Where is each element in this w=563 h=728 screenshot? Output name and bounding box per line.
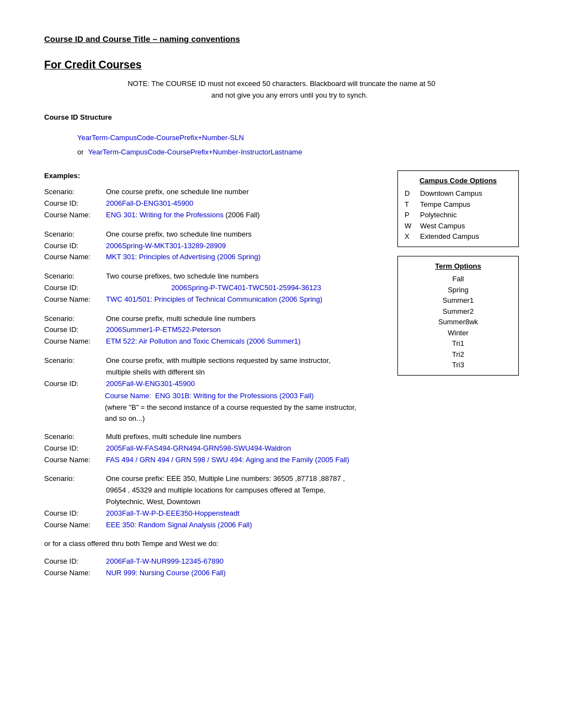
scenario-6-text: Multi prefixes, multi schedule line numb… [106, 431, 386, 443]
examples-label: Examples: [44, 170, 386, 181]
structure-link1[interactable]: YearTerm-CampusCode-CoursePrefix+Number-… [77, 133, 244, 142]
course-id-5: 2005Fall-W-ENG301-45900 [106, 378, 386, 390]
term-options-box: Term Options Fall Spring Summer1 Summer2… [397, 256, 519, 376]
scenario-1: Scenario: One course prefix, one schedul… [44, 186, 386, 221]
course-id-structure-heading: Course ID Structure [44, 112, 519, 123]
term-tri3: Tri3 [405, 360, 512, 371]
course-id-label-1: Course ID: [44, 198, 105, 210]
course-id-7: 2003Fall-T-W-P-D-EEE350-Hoppensteadt [106, 508, 386, 520]
term-summer2: Summer2 [405, 306, 512, 317]
or-label: or [77, 145, 84, 159]
scenario-5: Scenario: One course prefix, with multip… [44, 355, 386, 424]
course-id-label-4: Course ID: [44, 324, 105, 336]
campus-code-box: Campus Code Options DDowntown Campus TTe… [397, 170, 519, 247]
course-name-6: FAS 494 / GRN 494 / GRN 598 / SWU 494: A… [106, 454, 386, 466]
scenario-3-label: Scenario: [44, 271, 105, 282]
course-name-5c: and so on...) [105, 413, 386, 424]
course-name-5a: Course Name: ENG 301B: Writing for the P… [105, 390, 386, 402]
term-fall: Fall [405, 274, 512, 285]
scenario-4-label: Scenario: [44, 313, 105, 325]
course-name-label-2: Course Name: [44, 251, 105, 263]
course-id-label-2: Course ID: [44, 240, 105, 252]
term-spring: Spring [405, 285, 512, 296]
page-title: Course ID and Course Title – naming conv… [44, 33, 519, 46]
course-id-label-6: Course ID: [44, 443, 105, 454]
campus-box-title: Campus Code Options [405, 175, 512, 186]
course-name-4: ETM 522: Air Pollution and Toxic Chemica… [106, 336, 386, 347]
final-course-id-label: Course ID: [44, 556, 105, 568]
scenario-6: Scenario: Multi prefixes, multi schedule… [44, 431, 386, 465]
final-block: Course ID: 2006Fall-T-W-NUR999-12345-678… [44, 556, 386, 579]
campus-row-D: DDowntown Campus [405, 188, 512, 199]
scenario-5-label: Scenario: [44, 355, 105, 378]
scenario-2: Scenario: One course prefix, two schedul… [44, 229, 386, 263]
note-text: NOTE: The COURSE ID must not exceed 50 c… [128, 79, 435, 99]
course-name-2: MKT 301: Principles of Advertising (2006… [106, 251, 386, 263]
main-content-area: Examples: Scenario: One course prefix, o… [44, 170, 519, 587]
course-name-label-7: Course Name: [44, 520, 105, 531]
course-name-label-3: Course Name: [44, 294, 105, 306]
term-tri1: Tri1 [405, 338, 512, 349]
term-tri2: Tri2 [405, 349, 512, 360]
course-id-label-5: Course ID: [44, 378, 105, 390]
scenario-4: Scenario: One course prefix, multi sched… [44, 313, 386, 347]
course-name-3: TWC 401/501: Principles of Technical Com… [106, 294, 386, 306]
term-summer8wk: Summer8wk [405, 317, 512, 328]
campus-row-X: XExtended Campus [405, 231, 512, 242]
course-id-label-7: Course ID: [44, 508, 105, 520]
scenario-7-text: One course prefix: EEE 350, Multiple Lin… [106, 473, 386, 507]
final-course-name-label: Course Name: [44, 568, 105, 579]
course-name-label-1: Course Name: [44, 210, 105, 221]
note-block: NOTE: The COURSE ID must not exceed 50 c… [44, 78, 519, 101]
scenario-6-label: Scenario: [44, 431, 105, 443]
term-box-title: Term Options [405, 261, 512, 272]
examples-left: Examples: Scenario: One course prefix, o… [44, 170, 397, 587]
campus-row-W: WWest Campus [405, 221, 512, 232]
final-course-id: 2006Fall-T-W-NUR999-12345-67890 [106, 556, 386, 568]
course-id-label-3: Course ID: [44, 282, 105, 294]
course-name-5b: (where "B" = the second instance of a co… [105, 402, 386, 413]
term-winter: Winter [405, 328, 512, 339]
scenario-2-text: One course prefix, two schedule line num… [106, 229, 386, 240]
course-name-label-6: Course Name: [44, 454, 105, 466]
scenario-3: Scenario: Two course prefixes, two sched… [44, 271, 386, 305]
structure-links: YearTerm-CampusCode-CoursePrefix+Number-… [77, 131, 519, 159]
or-for-class-text: or for a class offered thru both Tempe a… [44, 538, 386, 549]
course-name-label-4: Course Name: [44, 336, 105, 347]
course-id-6: 2005Fall-W-FAS494-GRN494-GRN598-SWU494-W… [106, 443, 386, 454]
scenario-7: Scenario: One course prefix: EEE 350, Mu… [44, 473, 386, 531]
course-id-1: 2006Fall-D-ENG301-45900 [106, 198, 386, 210]
course-id-2: 2006Spring-W-MKT301-13289-28909 [106, 240, 386, 252]
course-name-7: EEE 350: Random Signal Analysis (2006 Fa… [106, 520, 386, 531]
term-summer1: Summer1 [405, 295, 512, 306]
structure-link2[interactable]: YearTerm-CampusCode-CoursePrefix+Number-… [88, 145, 302, 159]
campus-row-P: PPolytechnic [405, 210, 512, 221]
course-id-4: 2006Summer1-P-ETM522-Peterson [106, 324, 386, 336]
scenario-3-text: Two course prefixes, two schedule line n… [106, 271, 386, 282]
course-name-1: ENG 301: Writing for the Professions (20… [106, 210, 386, 221]
scenario-4-text: One course prefix, multi schedule line n… [106, 313, 386, 325]
side-boxes: Campus Code Options DDowntown Campus TTe… [397, 170, 519, 587]
scenario-2-label: Scenario: [44, 229, 105, 240]
course-id-3: 2006Spring-P-TWC401-TWC501-25994-36123 [106, 282, 386, 294]
campus-row-T: TTempe Campus [405, 199, 512, 210]
scenario-7-label: Scenario: [44, 473, 105, 507]
scenario-1-text: One course prefix, one schedule line num… [106, 186, 386, 198]
scenario-5-text: One course prefix, with multiple section… [106, 355, 386, 378]
for-credit-heading: For Credit Courses [44, 57, 519, 73]
final-course-name: NUR 999: Nursing Course (2006 Fall) [106, 568, 386, 579]
scenario-1-label: Scenario: [44, 186, 105, 198]
